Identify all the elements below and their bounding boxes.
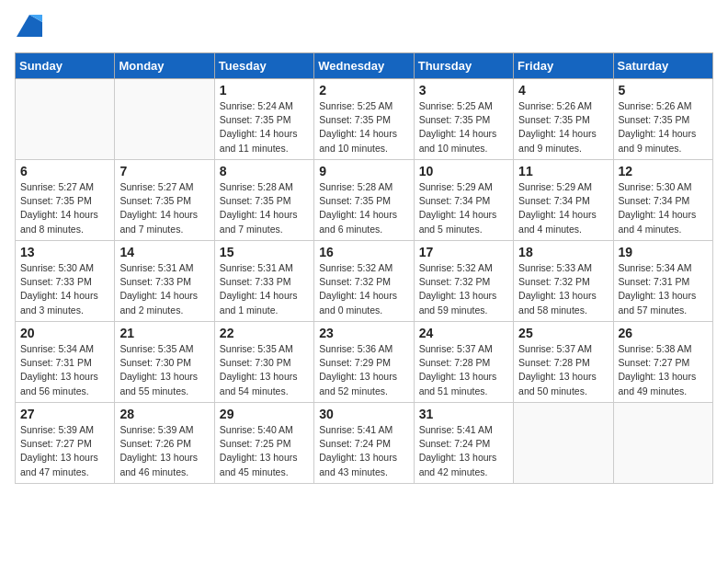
day-info: Sunrise: 5:39 AM Sunset: 7:27 PM Dayligh… bbox=[20, 423, 109, 479]
calendar-cell: 31Sunrise: 5:41 AM Sunset: 7:24 PM Dayli… bbox=[414, 403, 513, 484]
calendar-table: SundayMondayTuesdayWednesdayThursdayFrid… bbox=[15, 52, 713, 484]
day-number: 19 bbox=[619, 245, 708, 259]
calendar-cell: 15Sunrise: 5:31 AM Sunset: 7:33 PM Dayli… bbox=[214, 241, 313, 322]
column-header-sunday: Sunday bbox=[16, 53, 115, 79]
day-number: 1 bbox=[220, 83, 309, 98]
day-info: Sunrise: 5:36 AM Sunset: 7:29 PM Dayligh… bbox=[319, 342, 408, 398]
day-number: 26 bbox=[619, 326, 708, 340]
calendar-cell: 25Sunrise: 5:37 AM Sunset: 7:28 PM Dayli… bbox=[514, 322, 613, 403]
day-number: 17 bbox=[419, 245, 508, 259]
day-info: Sunrise: 5:26 AM Sunset: 7:35 PM Dayligh… bbox=[619, 99, 708, 155]
calendar-cell: 27Sunrise: 5:39 AM Sunset: 7:27 PM Dayli… bbox=[16, 403, 115, 484]
logo-icon bbox=[17, 15, 42, 37]
column-header-monday: Monday bbox=[115, 53, 214, 79]
calendar-cell: 1Sunrise: 5:24 AM Sunset: 7:35 PM Daylig… bbox=[214, 79, 313, 160]
calendar-cell: 6Sunrise: 5:27 AM Sunset: 7:35 PM Daylig… bbox=[16, 160, 115, 241]
day-info: Sunrise: 5:25 AM Sunset: 7:35 PM Dayligh… bbox=[419, 99, 508, 155]
day-info: Sunrise: 5:30 AM Sunset: 7:34 PM Dayligh… bbox=[619, 180, 708, 236]
day-number: 21 bbox=[119, 326, 209, 340]
week-row-3: 13Sunrise: 5:30 AM Sunset: 7:33 PM Dayli… bbox=[16, 241, 713, 322]
column-header-thursday: Thursday bbox=[414, 53, 513, 79]
calendar-cell: 14Sunrise: 5:31 AM Sunset: 7:33 PM Dayli… bbox=[115, 241, 214, 322]
column-header-saturday: Saturday bbox=[613, 53, 712, 79]
calendar-cell: 23Sunrise: 5:36 AM Sunset: 7:29 PM Dayli… bbox=[314, 322, 414, 403]
day-number: 31 bbox=[419, 407, 508, 421]
day-number: 7 bbox=[119, 164, 209, 178]
calendar-cell: 16Sunrise: 5:32 AM Sunset: 7:32 PM Dayli… bbox=[314, 241, 414, 322]
calendar-cell: 7Sunrise: 5:27 AM Sunset: 7:35 PM Daylig… bbox=[115, 160, 214, 241]
day-info: Sunrise: 5:34 AM Sunset: 7:31 PM Dayligh… bbox=[20, 342, 109, 398]
day-number: 10 bbox=[419, 164, 508, 178]
day-info: Sunrise: 5:28 AM Sunset: 7:35 PM Dayligh… bbox=[319, 180, 408, 236]
calendar-cell: 30Sunrise: 5:41 AM Sunset: 7:24 PM Dayli… bbox=[314, 403, 414, 484]
day-info: Sunrise: 5:31 AM Sunset: 7:33 PM Dayligh… bbox=[220, 261, 309, 317]
day-info: Sunrise: 5:39 AM Sunset: 7:26 PM Dayligh… bbox=[119, 423, 209, 479]
day-number: 14 bbox=[119, 245, 209, 259]
day-number: 24 bbox=[419, 326, 508, 340]
day-info: Sunrise: 5:31 AM Sunset: 7:33 PM Dayligh… bbox=[119, 261, 209, 317]
calendar-cell: 18Sunrise: 5:33 AM Sunset: 7:32 PM Dayli… bbox=[514, 241, 613, 322]
day-number: 8 bbox=[220, 164, 309, 178]
calendar-cell bbox=[115, 79, 214, 160]
day-info: Sunrise: 5:24 AM Sunset: 7:35 PM Dayligh… bbox=[220, 99, 309, 155]
day-info: Sunrise: 5:29 AM Sunset: 7:34 PM Dayligh… bbox=[419, 180, 508, 236]
column-header-friday: Friday bbox=[514, 53, 613, 79]
day-info: Sunrise: 5:35 AM Sunset: 7:30 PM Dayligh… bbox=[119, 342, 209, 398]
day-info: Sunrise: 5:40 AM Sunset: 7:25 PM Dayligh… bbox=[220, 423, 309, 479]
day-info: Sunrise: 5:37 AM Sunset: 7:28 PM Dayligh… bbox=[419, 342, 508, 398]
day-number: 9 bbox=[319, 164, 408, 178]
day-number: 6 bbox=[20, 164, 109, 178]
day-number: 15 bbox=[220, 245, 309, 259]
day-number: 3 bbox=[419, 83, 508, 98]
calendar-cell bbox=[514, 403, 613, 484]
day-number: 20 bbox=[20, 326, 109, 340]
calendar-cell: 21Sunrise: 5:35 AM Sunset: 7:30 PM Dayli… bbox=[115, 322, 214, 403]
day-number: 18 bbox=[518, 245, 608, 259]
calendar-cell: 28Sunrise: 5:39 AM Sunset: 7:26 PM Dayli… bbox=[115, 403, 214, 484]
day-number: 25 bbox=[518, 326, 608, 340]
day-number: 29 bbox=[220, 407, 309, 421]
day-info: Sunrise: 5:26 AM Sunset: 7:35 PM Dayligh… bbox=[518, 99, 608, 155]
calendar-cell: 20Sunrise: 5:34 AM Sunset: 7:31 PM Dayli… bbox=[16, 322, 115, 403]
day-number: 4 bbox=[518, 83, 608, 98]
calendar-cell bbox=[613, 403, 712, 484]
calendar-cell: 29Sunrise: 5:40 AM Sunset: 7:25 PM Dayli… bbox=[214, 403, 313, 484]
week-row-5: 27Sunrise: 5:39 AM Sunset: 7:27 PM Dayli… bbox=[16, 403, 713, 484]
calendar-cell: 17Sunrise: 5:32 AM Sunset: 7:32 PM Dayli… bbox=[414, 241, 513, 322]
day-info: Sunrise: 5:34 AM Sunset: 7:31 PM Dayligh… bbox=[619, 261, 708, 317]
day-number: 5 bbox=[619, 83, 708, 98]
day-number: 30 bbox=[319, 407, 408, 421]
day-info: Sunrise: 5:25 AM Sunset: 7:35 PM Dayligh… bbox=[319, 99, 408, 155]
week-row-1: 1Sunrise: 5:24 AM Sunset: 7:35 PM Daylig… bbox=[16, 79, 713, 160]
calendar-cell: 12Sunrise: 5:30 AM Sunset: 7:34 PM Dayli… bbox=[613, 160, 712, 241]
column-header-wednesday: Wednesday bbox=[314, 53, 414, 79]
day-number: 23 bbox=[319, 326, 408, 340]
day-info: Sunrise: 5:37 AM Sunset: 7:28 PM Dayligh… bbox=[518, 342, 608, 398]
calendar-cell: 3Sunrise: 5:25 AM Sunset: 7:35 PM Daylig… bbox=[414, 79, 513, 160]
calendar-cell: 26Sunrise: 5:38 AM Sunset: 7:27 PM Dayli… bbox=[613, 322, 712, 403]
day-info: Sunrise: 5:30 AM Sunset: 7:33 PM Dayligh… bbox=[20, 261, 109, 317]
logo bbox=[15, 15, 42, 41]
calendar-cell: 19Sunrise: 5:34 AM Sunset: 7:31 PM Dayli… bbox=[613, 241, 712, 322]
day-number: 28 bbox=[119, 407, 209, 421]
calendar-cell: 24Sunrise: 5:37 AM Sunset: 7:28 PM Dayli… bbox=[414, 322, 513, 403]
day-info: Sunrise: 5:41 AM Sunset: 7:24 PM Dayligh… bbox=[419, 423, 508, 479]
day-info: Sunrise: 5:27 AM Sunset: 7:35 PM Dayligh… bbox=[20, 180, 109, 236]
week-row-2: 6Sunrise: 5:27 AM Sunset: 7:35 PM Daylig… bbox=[16, 160, 713, 241]
day-number: 11 bbox=[518, 164, 608, 178]
day-info: Sunrise: 5:33 AM Sunset: 7:32 PM Dayligh… bbox=[518, 261, 608, 317]
calendar-cell: 11Sunrise: 5:29 AM Sunset: 7:34 PM Dayli… bbox=[514, 160, 613, 241]
calendar-cell: 5Sunrise: 5:26 AM Sunset: 7:35 PM Daylig… bbox=[613, 79, 712, 160]
day-info: Sunrise: 5:32 AM Sunset: 7:32 PM Dayligh… bbox=[319, 261, 408, 317]
day-number: 13 bbox=[20, 245, 109, 259]
calendar-cell: 9Sunrise: 5:28 AM Sunset: 7:35 PM Daylig… bbox=[314, 160, 414, 241]
day-number: 27 bbox=[20, 407, 109, 421]
calendar-cell: 8Sunrise: 5:28 AM Sunset: 7:35 PM Daylig… bbox=[214, 160, 313, 241]
day-number: 2 bbox=[319, 83, 408, 98]
week-row-4: 20Sunrise: 5:34 AM Sunset: 7:31 PM Dayli… bbox=[16, 322, 713, 403]
day-info: Sunrise: 5:29 AM Sunset: 7:34 PM Dayligh… bbox=[518, 180, 608, 236]
calendar-cell: 2Sunrise: 5:25 AM Sunset: 7:35 PM Daylig… bbox=[314, 79, 414, 160]
calendar-cell: 10Sunrise: 5:29 AM Sunset: 7:34 PM Dayli… bbox=[414, 160, 513, 241]
day-number: 12 bbox=[619, 164, 708, 178]
day-number: 22 bbox=[220, 326, 309, 340]
